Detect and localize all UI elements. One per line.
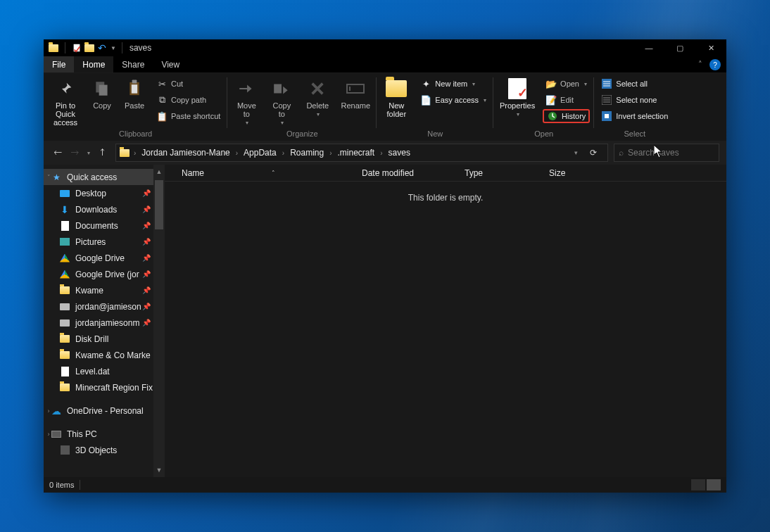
collapse-ribbon-icon[interactable]: ˄ [694, 56, 707, 72]
nav-item[interactable]: Pictures📌 [44, 234, 165, 250]
minimize-button[interactable]: ― [633, 39, 664, 56]
column-date[interactable]: Date modified [362, 168, 465, 178]
refresh-button[interactable]: ⟳ [585, 148, 602, 158]
svg-rect-4 [132, 84, 137, 94]
onedrive-header[interactable]: › ☁ OneDrive - Personal [44, 403, 165, 419]
column-type[interactable]: Type [465, 168, 549, 178]
chevron-right-icon[interactable]: › [132, 149, 138, 157]
address-bar[interactable]: › Jordan Jamieson-Mane › AppData › Roami… [115, 144, 608, 162]
pin-icon [54, 77, 77, 100]
nav-item[interactable]: Kwame📌 [44, 282, 165, 298]
copy-button[interactable]: Copy [89, 76, 115, 110]
nav-item[interactable]: jordanjamiesonm📌 [44, 315, 165, 331]
group-label: Open [498, 129, 590, 139]
nav-item[interactable]: ⬇Downloads📌 [44, 201, 165, 217]
breadcrumb-segment[interactable]: Jordan Jamieson-Mane [139, 148, 232, 158]
move-to-button[interactable]: Move to ▾ [232, 76, 261, 126]
nav-item[interactable]: Disk Drill [44, 331, 165, 347]
help-icon[interactable]: ? [709, 59, 721, 70]
maximize-button[interactable]: ▢ [664, 39, 695, 56]
scroll-thumb[interactable] [155, 180, 163, 229]
quick-access-header[interactable]: ˅ ★ Quick access [44, 169, 165, 185]
pc-icon [51, 429, 62, 440]
nav-item[interactable]: Google Drive📌 [44, 250, 165, 266]
nav-item[interactable]: jordan@jamieson📌 [44, 298, 165, 315]
up-button[interactable]: 🡑 [96, 146, 110, 160]
rename-button[interactable]: Rename [339, 76, 372, 110]
nav-item-3d-objects[interactable]: 3D Objects [44, 442, 165, 458]
nav-item[interactable]: Desktop📌 [44, 185, 165, 201]
breadcrumb-segment[interactable]: Roaming [288, 148, 326, 158]
chevron-right-icon[interactable]: › [378, 149, 384, 157]
new-folder-icon [385, 77, 408, 100]
copy-to-button[interactable]: Copy to ▾ [267, 76, 296, 126]
chevron-right-icon[interactable]: › [280, 149, 286, 157]
invert-selection-button[interactable]: Invert selection [598, 109, 671, 123]
paste-button[interactable]: Paste [121, 76, 148, 110]
expand-icon[interactable]: ˅ [45, 174, 52, 181]
breadcrumb-segment[interactable]: .minecraft [336, 148, 377, 158]
history-icon [547, 110, 558, 122]
new-item-button[interactable]: ✦ New item ▾ [417, 77, 489, 91]
easy-access-button[interactable]: 📄 Easy access ▾ [417, 93, 489, 107]
nav-item[interactable]: Kwame & Co Marke [44, 347, 165, 363]
nav-item-label: Kwame & Co Marke [75, 350, 151, 360]
nav-item[interactable]: Documents📌 [44, 217, 165, 234]
column-headers: Name ˄ Date modified Type Size [165, 165, 726, 182]
chevron-right-icon[interactable]: › [234, 149, 240, 157]
back-button[interactable]: 🡐 [51, 146, 65, 160]
column-size[interactable]: Size [549, 168, 605, 178]
copy-path-icon: ⧉ [156, 94, 168, 106]
this-pc-header[interactable]: › This PC [44, 426, 165, 442]
scroll-up-icon[interactable]: ▲ [153, 166, 165, 177]
pin-icon: 📌 [142, 254, 151, 262]
nav-item[interactable]: Level.dat [44, 363, 165, 379]
search-input[interactable]: ⌕ Search saves [614, 144, 719, 162]
nav-item[interactable]: Google Drive (jor📌 [44, 266, 165, 282]
delete-button[interactable]: Delete ▾ [302, 76, 333, 118]
scrollbar[interactable]: ▲ ▼ [153, 165, 165, 477]
select-none-button[interactable]: Select none [598, 93, 671, 107]
chevron-down-icon: ▾ [281, 120, 284, 126]
pin-icon: 📌 [142, 286, 151, 294]
breadcrumb-segment[interactable]: AppData [241, 148, 279, 158]
open-button[interactable]: 📂 Open ▾ [543, 77, 590, 91]
close-button[interactable]: ✕ [695, 39, 726, 56]
undo-icon[interactable]: ↶ [96, 42, 108, 53]
ribbon-group-open: Properties ▾ 📂 Open ▾ 📝 Edit [493, 73, 594, 141]
history-button[interactable]: History [543, 109, 590, 123]
qat-dropdown-icon[interactable]: ▼ [111, 45, 116, 51]
expand-icon[interactable]: › [45, 407, 52, 414]
tab-view[interactable]: View [153, 56, 188, 72]
pin-to-quick-access-button[interactable]: Pin to Quick access [48, 76, 83, 127]
expand-icon[interactable]: › [45, 431, 52, 438]
column-name[interactable]: Name ˄ [182, 168, 362, 178]
paste-shortcut-button[interactable]: 📋 Paste shortcut [153, 109, 223, 123]
chevron-right-icon[interactable]: › [327, 149, 334, 157]
new-folder-icon[interactable] [84, 42, 95, 53]
navigation-row: 🡐 🡒 ▾ 🡑 › Jordan Jamieson-Mane › AppData… [44, 141, 726, 165]
properties-button[interactable]: Properties ▾ [498, 76, 537, 118]
svg-rect-13 [605, 114, 609, 118]
star-icon: ★ [51, 172, 62, 183]
scroll-down-icon[interactable]: ▼ [153, 464, 165, 476]
pin-icon: 📌 [142, 319, 151, 327]
edit-button[interactable]: 📝 Edit [543, 93, 590, 107]
address-dropdown-icon[interactable]: ▾ [574, 149, 578, 156]
new-folder-button[interactable]: New folder [381, 76, 412, 118]
properties-icon[interactable] [71, 42, 82, 53]
forward-button[interactable]: 🡒 [68, 146, 82, 160]
tab-share[interactable]: Share [113, 56, 153, 72]
copy-to-icon [270, 77, 293, 100]
doc-icon [59, 220, 70, 232]
select-all-button[interactable]: Select all [598, 77, 671, 91]
copy-path-button[interactable]: ⧉ Copy path [153, 93, 223, 107]
recent-locations-icon[interactable]: ▾ [84, 150, 93, 156]
breadcrumb-segment[interactable]: saves [386, 148, 412, 158]
tab-file[interactable]: File [44, 56, 74, 72]
tab-home[interactable]: Home [74, 56, 113, 72]
details-view-button[interactable] [691, 479, 705, 490]
cut-button[interactable]: ✂ Cut [153, 77, 223, 91]
icons-view-button[interactable] [707, 479, 721, 490]
nav-item[interactable]: Minecraft Region Fix [44, 379, 165, 395]
